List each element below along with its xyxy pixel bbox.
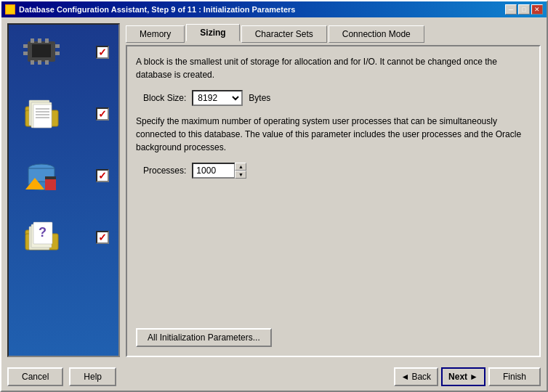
- sidebar-item-chip: ✓: [12, 32, 115, 72]
- help-button[interactable]: Help: [69, 367, 116, 386]
- chip-icon: [22, 36, 62, 68]
- qfolder-checkbox[interactable]: ✓: [96, 231, 109, 244]
- title-bar: Database Configuration Assistant, Step 9…: [1, 1, 547, 17]
- tab-connection-mode[interactable]: Connection Mode: [329, 25, 424, 43]
- shapes-checkbox[interactable]: ✓: [96, 169, 109, 182]
- sidebar: ✓: [7, 23, 120, 357]
- next-arrow-icon: ►: [470, 372, 478, 382]
- svg-rect-11: [32, 44, 51, 57]
- spinner-up-button[interactable]: ▲: [235, 163, 246, 171]
- chip-checkbox[interactable]: ✓: [96, 46, 109, 59]
- svg-rect-9: [55, 44, 60, 48]
- processes-description: Specify the maximum number of operating …: [136, 115, 531, 154]
- bytes-label: Bytes: [249, 93, 270, 103]
- maximize-button[interactable]: □: [518, 4, 530, 15]
- svg-text:?: ?: [39, 225, 47, 240]
- block-size-row: Block Size: 2048 4096 8192 16384 32768 B…: [143, 90, 531, 106]
- window-controls: ─ □ ✕: [505, 4, 543, 15]
- tab-character-sets[interactable]: Character Sets: [241, 25, 327, 43]
- svg-rect-1: [31, 38, 34, 43]
- processes-spinner: ▲ ▼: [192, 163, 246, 179]
- app-icon: [5, 4, 15, 15]
- svg-rect-26: [45, 176, 56, 179]
- all-params-button[interactable]: All Initialization Parameters...: [136, 328, 272, 347]
- main-window: Database Configuration Assistant, Step 9…: [0, 0, 548, 392]
- footer: Cancel Help ◄ Back Next ► Finish: [1, 363, 547, 391]
- sizing-panel: A block is the smallest unit of storage …: [126, 45, 541, 357]
- processes-input[interactable]: [192, 163, 235, 179]
- block-size-label: Block Size:: [143, 93, 186, 103]
- content-area: ✓: [1, 17, 547, 363]
- svg-rect-3: [45, 38, 49, 43]
- minimize-button[interactable]: ─: [505, 4, 517, 15]
- svg-rect-10: [55, 52, 60, 55]
- qfolder-icon: ?: [22, 219, 62, 256]
- back-label: Back: [411, 372, 431, 382]
- tab-bar: Memory Sizing Character Sets Connection …: [126, 23, 541, 41]
- tab-sizing[interactable]: Sizing: [186, 24, 239, 41]
- spinner-buttons: ▲ ▼: [235, 163, 246, 179]
- panel-bottom: All Initialization Parameters...: [136, 328, 531, 347]
- main-content: Memory Sizing Character Sets Connection …: [126, 23, 541, 357]
- back-button[interactable]: ◄ Back: [394, 367, 439, 386]
- svg-rect-7: [23, 44, 28, 48]
- block-size-select[interactable]: 2048 4096 8192 16384 32768: [192, 90, 243, 106]
- block-size-dropdown-container: 2048 4096 8192 16384 32768: [192, 90, 243, 106]
- title-bar-left: Database Configuration Assistant, Step 9…: [5, 4, 295, 15]
- footer-right: ◄ Back Next ► Finish: [394, 367, 541, 386]
- svg-rect-8: [23, 52, 28, 55]
- processes-label: Processes:: [143, 166, 186, 176]
- qfolder-icon-container: ?: [20, 217, 63, 257]
- next-label: Next: [448, 372, 467, 382]
- svg-rect-5: [38, 60, 41, 65]
- shapes-icon-container: [20, 155, 63, 195]
- block-size-description: A block is the smallest unit of storage …: [136, 55, 531, 81]
- tab-memory[interactable]: Memory: [126, 25, 185, 43]
- sidebar-item-qfolder: ? ✓: [12, 217, 115, 257]
- svg-rect-2: [38, 38, 41, 43]
- spinner-down-button[interactable]: ▼: [235, 171, 246, 179]
- next-button[interactable]: Next ►: [441, 367, 485, 386]
- folder-icon-container: [20, 94, 63, 134]
- window-title: Database Configuration Assistant, Step 9…: [19, 5, 295, 14]
- sidebar-item-shapes: ✓: [12, 155, 115, 195]
- close-button[interactable]: ✕: [531, 4, 543, 15]
- panel-spacer: [136, 187, 531, 319]
- svg-rect-25: [45, 179, 56, 190]
- sidebar-item-folder: ✓: [12, 94, 115, 134]
- folder-checkbox[interactable]: ✓: [96, 107, 109, 121]
- cancel-button[interactable]: Cancel: [7, 367, 63, 386]
- svg-rect-16: [33, 105, 52, 128]
- svg-rect-6: [45, 60, 49, 65]
- footer-left: Cancel Help: [7, 367, 116, 386]
- shapes-icon: [22, 158, 62, 194]
- finish-button[interactable]: Finish: [488, 367, 541, 386]
- folder-icon: [22, 96, 62, 132]
- processes-row: Processes: ▲ ▼: [143, 163, 531, 179]
- svg-rect-4: [31, 60, 34, 65]
- back-arrow-icon: ◄: [401, 372, 410, 382]
- chip-icon-container: [20, 32, 63, 72]
